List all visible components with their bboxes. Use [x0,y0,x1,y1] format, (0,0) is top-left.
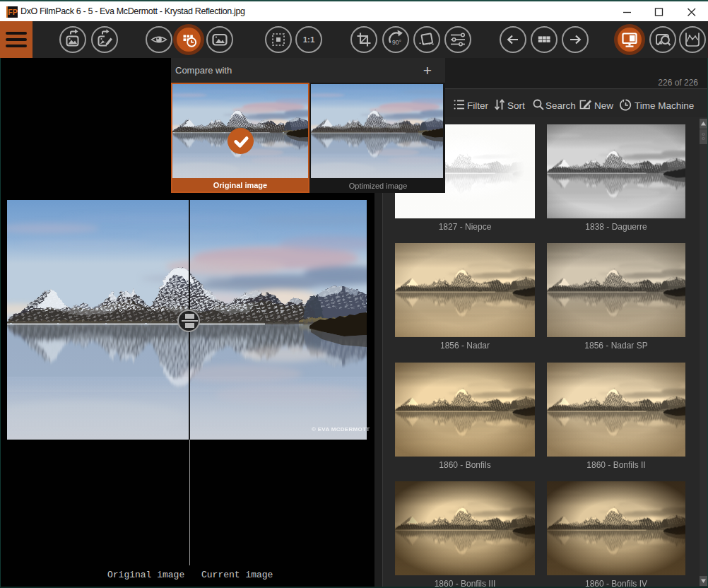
svg-text:90°: 90° [392,39,401,46]
svg-text:1:1: 1:1 [302,35,314,44]
